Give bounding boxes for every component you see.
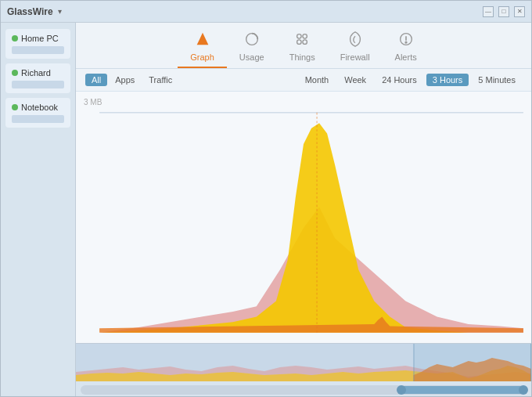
time-24hours-button[interactable]: 24 Hours	[376, 74, 423, 86]
scrollbar[interactable]	[81, 385, 527, 395]
svg-rect-13	[413, 344, 414, 381]
app-title: GlassWire	[7, 6, 53, 17]
nav-item-alerts[interactable]: Alerts	[383, 27, 430, 68]
sidebar-label-home-pc: Home PC	[21, 34, 59, 43]
things-icon	[293, 31, 311, 50]
nav-label-firewall: Firewall	[340, 52, 370, 62]
sidebar-item-notebook[interactable]: Notebook	[5, 98, 70, 128]
sidebar-item-home-pc[interactable]: Home PC	[5, 29, 70, 59]
title-bar-left: GlassWire ▾	[7, 6, 62, 17]
chevron-down-icon[interactable]: ▾	[58, 7, 62, 16]
usage-icon	[243, 31, 261, 50]
chart-svg	[76, 92, 531, 343]
time-3hours-button[interactable]: 3 Hours	[426, 74, 469, 86]
nav-bar: Graph Usage	[76, 23, 531, 69]
scrollbar-handle-left[interactable]	[397, 385, 406, 395]
main-area: Graph Usage	[76, 23, 531, 396]
svg-point-2	[297, 34, 302, 39]
sidebar-bar-richard	[12, 81, 64, 88]
filter-traffic-button[interactable]: Traffic	[142, 74, 178, 86]
nav-label-things: Things	[289, 52, 315, 62]
sidebar-item-richard[interactable]: Richard	[5, 63, 70, 93]
nav-item-things[interactable]: Things	[277, 27, 328, 68]
nav-label-usage: Usage	[239, 52, 264, 62]
close-button[interactable]: ✕	[514, 6, 525, 17]
filter-all-button[interactable]: All	[85, 74, 107, 86]
alerts-icon	[397, 31, 415, 50]
app-window: GlassWire ▾ — □ ✕ Home PC Richard	[0, 0, 532, 397]
time-5minutes-button[interactable]: 5 Minutes	[472, 74, 522, 86]
nav-item-firewall[interactable]: Firewall	[328, 27, 383, 68]
nav-item-usage[interactable]: Usage	[227, 27, 277, 68]
status-dot-home-pc	[12, 35, 18, 42]
window-controls: — □ ✕	[483, 6, 525, 17]
scrollbar-handle-right[interactable]	[519, 385, 528, 395]
title-bar: GlassWire ▾ — □ ✕	[1, 1, 531, 23]
svg-rect-14	[530, 344, 531, 381]
svg-point-5	[303, 40, 307, 44]
mini-chart-area[interactable]	[76, 343, 531, 396]
svg-point-3	[303, 34, 307, 39]
nav-label-alerts: Alerts	[395, 52, 417, 62]
graph-icon	[194, 31, 211, 50]
nav-item-graph[interactable]: Graph	[178, 27, 227, 68]
filter-apps-button[interactable]: Apps	[109, 74, 141, 86]
time-week-button[interactable]: Week	[338, 74, 372, 86]
mini-chart-svg	[76, 344, 531, 381]
sidebar: Home PC Richard Notebook	[1, 23, 76, 396]
scrollbar-thumb[interactable]	[400, 386, 525, 394]
status-dot-notebook	[12, 104, 18, 110]
firewall-icon	[347, 31, 364, 50]
svg-point-8	[405, 42, 407, 43]
filter-right: Month Week 24 Hours 3 Hours 5 Minutes	[299, 74, 522, 86]
sidebar-bar-notebook	[12, 115, 64, 123]
nav-label-graph: Graph	[190, 52, 214, 62]
filter-bar: All Apps Traffic Month Week 24 Hours 3 H…	[76, 69, 531, 92]
sidebar-label-richard: Richard	[21, 68, 51, 78]
filter-left: All Apps Traffic	[85, 74, 178, 86]
maximize-button[interactable]: □	[498, 6, 509, 17]
svg-rect-12	[413, 344, 531, 381]
time-month-button[interactable]: Month	[299, 74, 336, 86]
minimize-button[interactable]: —	[483, 6, 494, 17]
svg-marker-0	[196, 33, 208, 45]
chart-y-label: 3 MB	[84, 98, 102, 106]
sidebar-bar-home-pc	[12, 46, 64, 54]
content-area: Home PC Richard Notebook	[1, 23, 531, 396]
svg-point-4	[297, 40, 302, 44]
sidebar-label-notebook: Notebook	[21, 103, 58, 112]
chart-area: 3 MB 17:3	[76, 92, 531, 343]
status-dot-richard	[12, 70, 18, 76]
